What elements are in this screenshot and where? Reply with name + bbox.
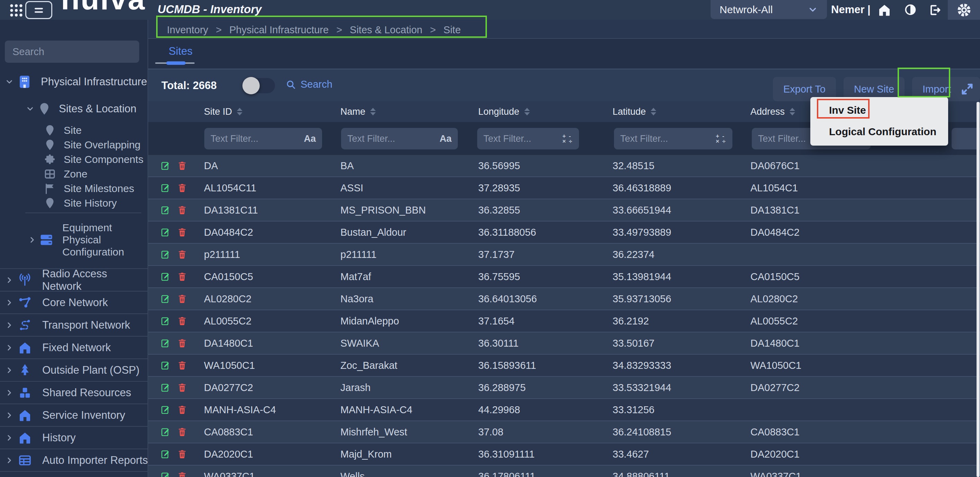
table-row[interactable]: DA BA 36.56995 32.48515 DA0676C1 <box>148 155 980 177</box>
edit-icon[interactable] <box>160 360 171 370</box>
column-header[interactable]: Site ID <box>204 101 242 122</box>
edit-icon[interactable] <box>160 382 171 393</box>
vertical-scrollbar[interactable] <box>977 102 980 477</box>
sort-icon[interactable] <box>370 108 376 115</box>
sidebar-section-item[interactable]: Auto Importer Reports <box>0 449 148 472</box>
table-row[interactable]: CA0150C5 Mat7af 36.75595 35.13981944 CA0… <box>148 266 980 288</box>
edit-icon[interactable] <box>160 294 171 304</box>
trash-icon[interactable] <box>177 382 187 393</box>
sidebar-search[interactable] <box>5 41 139 63</box>
trash-icon[interactable] <box>177 471 187 477</box>
sort-icon[interactable] <box>789 108 795 115</box>
site-id-filter-input[interactable] <box>210 134 300 144</box>
edit-icon[interactable] <box>160 227 171 238</box>
sort-icon[interactable] <box>651 108 656 115</box>
sidebar-item[interactable]: Site History <box>0 196 148 211</box>
breadcrumb-item[interactable]: Inventory <box>167 24 208 36</box>
edit-icon[interactable] <box>160 271 171 282</box>
column-header[interactable]: Latitude <box>612 101 656 122</box>
sidebar-item-sites-location[interactable]: Sites & Location <box>25 101 137 116</box>
text-case-icon[interactable]: Aa <box>304 134 316 144</box>
sidebar-section-item[interactable]: Service Inventory <box>0 404 148 427</box>
edit-icon[interactable] <box>160 471 171 477</box>
trash-icon[interactable] <box>177 449 187 459</box>
theme-contrast-icon[interactable] <box>904 3 917 16</box>
edit-icon[interactable] <box>160 161 171 171</box>
table-row[interactable]: AL0280C2 Na3ora 36.64013056 35.93713056 … <box>148 288 980 310</box>
column-header[interactable]: Address <box>751 101 795 122</box>
breadcrumb-item[interactable]: Sites & Location <box>350 24 423 36</box>
trash-icon[interactable] <box>177 183 187 193</box>
name-filter[interactable]: Aa <box>341 128 458 149</box>
tab-sites[interactable]: Sites <box>169 45 192 57</box>
chevron-down-icon[interactable] <box>25 104 35 113</box>
table-row[interactable]: AL0055C2 MidanAleppo 37.1654 36.2192 AL0… <box>148 310 980 332</box>
table-row[interactable]: MANH-ASIA-C4 MANH-ASIA-C4 44.29968 33.31… <box>148 399 980 421</box>
edit-icon[interactable] <box>160 338 171 348</box>
trash-icon[interactable] <box>177 227 187 238</box>
table-row[interactable]: WA0337C1 Wells 36.17806111 34.88806111 W… <box>148 466 980 477</box>
sidebar-item[interactable]: Zone <box>0 167 148 181</box>
clipped-filter[interactable] <box>951 128 980 149</box>
trash-icon[interactable] <box>177 360 187 370</box>
sidebar-item[interactable]: Site <box>0 123 148 138</box>
text-case-icon[interactable]: Aa <box>439 134 452 144</box>
numeric-filter-icon[interactable]: + -× ÷ <box>716 134 726 144</box>
numeric-filter-icon[interactable]: + -× ÷ <box>562 134 573 144</box>
sidebar-section-item[interactable]: Radio Access Network <box>0 269 148 292</box>
trash-icon[interactable] <box>177 427 187 437</box>
sidebar-section-item[interactable]: Shared Resources <box>0 382 148 404</box>
sidebar-toggle-button[interactable] <box>25 1 52 19</box>
sidebar-item-equipment-physical-configuration[interactable]: Equipment Physical Configuration <box>28 222 145 258</box>
sidebar-search-input[interactable] <box>13 46 132 57</box>
import-menu-item[interactable]: Logical Configuration <box>810 121 948 142</box>
table-row[interactable]: DA1381C11 MS_PRISON_BBN 36.32855 33.6665… <box>148 199 980 222</box>
trash-icon[interactable] <box>177 271 187 282</box>
trash-icon[interactable] <box>177 405 187 415</box>
sidebar-section-item[interactable]: Outside Plant (OSP) <box>0 359 148 382</box>
column-header[interactable]: Name <box>340 101 376 122</box>
sign-out-icon[interactable] <box>928 3 942 17</box>
sidebar-item[interactable]: Site Milestones <box>0 181 148 196</box>
edit-icon[interactable] <box>160 249 171 260</box>
home-icon[interactable] <box>878 3 891 17</box>
expand-button[interactable] <box>955 77 980 101</box>
table-row[interactable]: DA0484C2 Bustan_Aldour 36.31188056 33.49… <box>148 222 980 244</box>
app-grid-icon[interactable] <box>8 2 24 18</box>
trash-icon[interactable] <box>177 161 187 171</box>
table-row[interactable]: AL1054C11 ASSI 37.28935 36.46318889 AL10… <box>148 177 980 199</box>
edit-icon[interactable] <box>160 316 171 326</box>
table-row[interactable]: DA1480C1 SWAIKA 36.30111 33.50167 DA1480… <box>148 332 980 355</box>
table-row[interactable]: DA0277C2 Jarash 36.288975 33.53321944 DA… <box>148 377 980 399</box>
sidebar-item-physical-infrastructure[interactable]: Physical Infrastructure <box>5 74 147 89</box>
search-link[interactable]: Search <box>285 79 332 90</box>
edit-icon[interactable] <box>160 183 171 193</box>
filter-toggle[interactable] <box>244 78 275 93</box>
name-filter-input[interactable] <box>347 134 436 144</box>
chevron-down-icon[interactable] <box>5 77 14 86</box>
sidebar-section-item[interactable]: Core Network <box>0 292 148 314</box>
breadcrumb-item[interactable]: Physical Infrastructure <box>229 24 329 36</box>
table-row[interactable]: p211111 p211111 37.1737 36.22374 <box>148 244 980 266</box>
breadcrumb-item[interactable]: Site <box>444 24 461 36</box>
site-id-filter[interactable]: Aa <box>204 128 322 149</box>
sidebar-section-item[interactable]: History <box>0 427 148 449</box>
table-row[interactable]: DA2020C1 Majd_Krom 36.31091111 33.4627 D… <box>148 443 980 466</box>
longitude-filter[interactable]: + -× ÷ <box>477 128 579 149</box>
edit-icon[interactable] <box>160 427 171 437</box>
trash-icon[interactable] <box>177 249 187 260</box>
latitude-filter-input[interactable] <box>620 134 712 144</box>
trash-icon[interactable] <box>177 294 187 304</box>
longitude-filter-input[interactable] <box>484 134 559 144</box>
sort-icon[interactable] <box>237 108 242 115</box>
settings-button[interactable] <box>948 0 980 20</box>
sidebar-section-item[interactable]: Transport Network <box>0 314 148 337</box>
sidebar-item[interactable]: Site Overlapping <box>0 138 148 152</box>
trash-icon[interactable] <box>177 205 187 215</box>
sidebar-section-item[interactable]: Fixed Network <box>0 337 148 359</box>
sidebar-item[interactable]: Site Components <box>0 152 148 167</box>
table-row[interactable]: WA1050C1 Zoc_Barakat 36.15893611 34.8329… <box>148 355 980 377</box>
sort-icon[interactable] <box>524 108 530 115</box>
edit-icon[interactable] <box>160 405 171 415</box>
chevron-right-icon[interactable] <box>28 235 37 244</box>
